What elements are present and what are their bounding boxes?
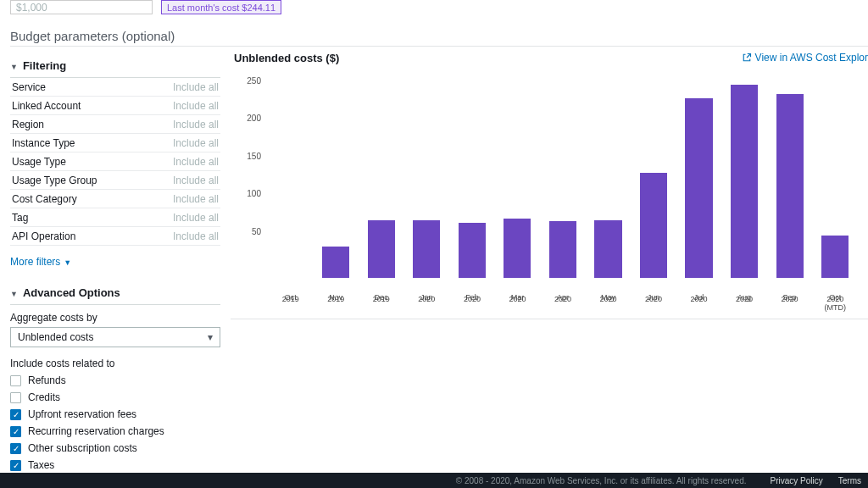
x-tick: 2020 — [721, 295, 767, 312]
checkbox-icon — [10, 443, 21, 454]
bar-slot — [449, 75, 495, 278]
option-recurring-reservation-charges[interactable]: Recurring reservation charges — [10, 424, 220, 439]
bar-slot — [314, 75, 359, 278]
filter-row-cost-category[interactable]: Cost CategoryInclude all — [10, 190, 220, 208]
x-tick: 2019 — [314, 295, 359, 312]
footer: © 2008 - 2020, Amazon Web Services, Inc.… — [0, 473, 868, 488]
section-title: Budget parameters (optional) — [10, 29, 175, 43]
bar[interactable] — [821, 236, 849, 278]
view-in-cost-explorer-link[interactable]: View in AWS Cost Explor — [742, 52, 868, 64]
more-filters-link[interactable]: More filters — [10, 256, 220, 268]
budget-amount-placeholder: $1,000 — [16, 2, 47, 14]
filter-row-service[interactable]: ServiceInclude all — [10, 78, 220, 97]
bar-slot — [359, 75, 404, 278]
filtering-header[interactable]: Filtering — [10, 54, 220, 78]
y-tick: 250 — [247, 75, 261, 85]
x-tick: 2020 — [404, 295, 450, 312]
option-other-subscription-costs[interactable]: Other subscription costs — [10, 441, 220, 456]
bar-slot — [404, 75, 450, 278]
option-upfront-reservation-fees[interactable]: Upfront reservation fees — [10, 407, 220, 422]
x-tick: 2019 — [359, 295, 404, 312]
sidebar: Filtering ServiceInclude allLinked Accou… — [10, 54, 220, 488]
option-taxes[interactable]: Taxes — [10, 458, 220, 473]
chevron-down-icon — [64, 256, 71, 268]
y-tick: 50 — [252, 226, 261, 236]
bar[interactable] — [322, 247, 349, 278]
chevron-down-icon — [10, 286, 18, 299]
x-tick: 2020 — [676, 295, 722, 312]
bar-slot — [631, 75, 676, 278]
advanced-options-header[interactable]: Advanced Options — [10, 281, 220, 305]
privacy-policy-link[interactable]: Privacy Policy — [771, 476, 823, 485]
bar-slot — [495, 75, 541, 278]
bar[interactable] — [549, 221, 576, 278]
bar[interactable] — [776, 94, 804, 278]
bar[interactable] — [368, 220, 395, 278]
bar[interactable] — [731, 85, 758, 278]
bar-slot — [268, 75, 314, 278]
x-tick: 2020 — [495, 295, 541, 312]
filter-row-tag[interactable]: TagInclude all — [10, 208, 220, 227]
filter-row-api-operation[interactable]: API OperationInclude all — [10, 227, 220, 246]
include-costs-label: Include costs related to — [10, 358, 220, 369]
bar-slot — [812, 75, 858, 278]
aggregate-costs-select[interactable]: Unblended costs — [10, 327, 220, 347]
bar-slot — [767, 75, 813, 278]
filter-row-region[interactable]: RegionInclude all — [10, 115, 220, 134]
checkbox-icon — [10, 426, 21, 437]
footer-copyright: © 2008 - 2020, Amazon Web Services, Inc.… — [456, 476, 747, 485]
caret-down-icon — [208, 331, 213, 343]
x-tick: 2020 — [449, 295, 495, 312]
bar-slot — [676, 75, 722, 278]
x-tick: 2020 — [631, 295, 676, 312]
chart-title: Unblended costs ($) — [234, 52, 339, 64]
divider — [231, 319, 868, 319]
y-tick: 100 — [247, 189, 261, 198]
y-tick: 200 — [247, 114, 261, 123]
bar-slot — [721, 75, 767, 278]
divider — [10, 46, 868, 47]
external-link-icon — [742, 53, 752, 63]
bar[interactable] — [594, 220, 621, 278]
x-tick: 2019 — [268, 295, 314, 312]
bar[interactable] — [640, 173, 667, 278]
terms-link[interactable]: Terms — [838, 476, 861, 485]
option-refunds[interactable]: Refunds — [10, 373, 220, 388]
checkbox-icon — [10, 460, 21, 471]
x-tick: 2020 — [767, 295, 813, 312]
bar[interactable] — [685, 98, 712, 278]
x-tick: 2020 — [586, 295, 632, 312]
option-credits[interactable]: Credits — [10, 390, 220, 405]
x-tick: 2020(MTD) — [812, 295, 858, 312]
last-month-cost-button[interactable]: Last month's cost $244.11 — [161, 0, 281, 14]
chevron-down-icon — [10, 59, 18, 72]
x-tick: 2020 — [540, 295, 586, 312]
filter-row-instance-type[interactable]: Instance TypeInclude all — [10, 134, 220, 152]
aggregate-costs-label: Aggregate costs by — [10, 312, 220, 324]
filter-row-usage-type-group[interactable]: Usage Type GroupInclude all — [10, 171, 220, 190]
bar[interactable] — [413, 220, 440, 278]
checkbox-icon — [10, 392, 21, 403]
checkbox-icon — [10, 375, 21, 386]
filter-row-linked-account[interactable]: Linked AccountInclude all — [10, 97, 220, 115]
bar-slot — [540, 75, 586, 278]
bar-slot — [586, 75, 632, 278]
budget-amount-input[interactable]: $1,000 — [10, 0, 153, 14]
bar[interactable] — [459, 223, 486, 278]
filter-row-usage-type[interactable]: Usage TypeInclude all — [10, 152, 220, 171]
bar[interactable] — [504, 219, 531, 278]
chart-area: Unblended costs ($) View in AWS Cost Exp… — [231, 49, 868, 317]
y-tick: 150 — [247, 151, 261, 160]
checkbox-icon — [10, 409, 21, 420]
chart-plot: 50100150200250 OctNovDecJanFebMarAprMayJ… — [234, 75, 865, 317]
